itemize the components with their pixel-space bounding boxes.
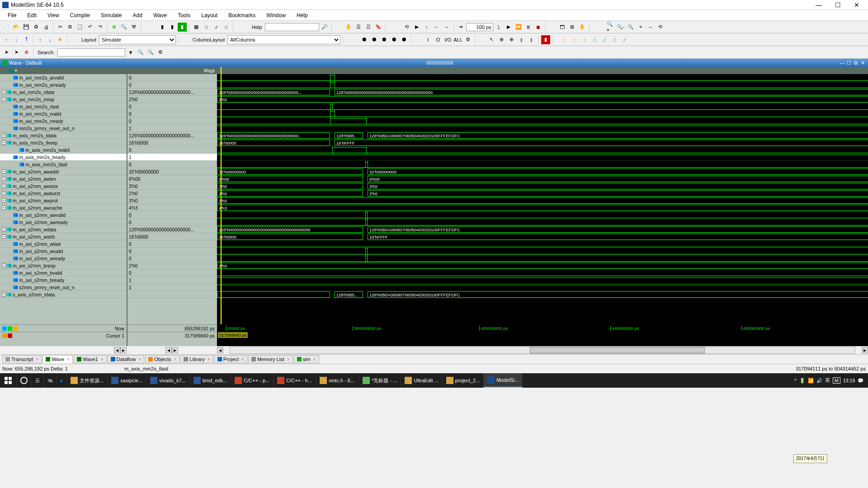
tray-time[interactable]: 13:19 <box>843 378 855 383</box>
tab-memory list[interactable]: Memory List× <box>248 355 293 363</box>
menu-file[interactable]: File <box>2 11 22 20</box>
group3-icon[interactable]: ⬢ <box>380 35 389 44</box>
tab-library[interactable]: Library× <box>180 355 213 363</box>
list-icon[interactable]: ☰ <box>354 23 363 32</box>
dropdown-icon[interactable]: ▼ <box>126 48 135 57</box>
layout-select[interactable]: Simulate <box>99 35 176 44</box>
wave-row[interactable]: 128'h00000000000000000000000000000...128… <box>217 132 868 139</box>
wave-either-icon[interactable]: ⎍ <box>222 23 231 32</box>
open-icon[interactable]: 📂 <box>12 23 21 32</box>
wave-row[interactable] <box>217 125 868 132</box>
scroll-right-btn2[interactable]: ▶ <box>172 347 178 353</box>
signal-row[interactable]: m_axi_s2mm_bvalid <box>0 269 127 277</box>
expand-icon[interactable]: + <box>2 227 6 231</box>
zoom-in-icon[interactable]: 🔍+ <box>606 23 615 32</box>
wave-row[interactable]: 128'h00000000000000000000000000000000001… <box>217 226 868 233</box>
run-icon[interactable]: ▶ <box>412 23 421 32</box>
signal-value[interactable]: 0 <box>127 117 217 125</box>
wave-undock-button[interactable]: ⧉ <box>853 60 859 66</box>
break-icon[interactable]: ✋ <box>344 23 353 32</box>
edge2-icon[interactable]: ⎍ <box>571 35 580 44</box>
signal-row[interactable]: m_axi_s2mm_wready <box>0 255 127 262</box>
zoom-out-icon[interactable]: 🔍- <box>616 23 625 32</box>
tab-close-icon[interactable]: × <box>174 357 177 362</box>
tray-battery-icon[interactable]: 🔋 <box>799 378 805 384</box>
signal-row[interactable]: +m_axis_mm2s_tkeep <box>0 139 127 146</box>
pause-icon[interactable]: ⏸ <box>524 23 533 32</box>
signal-row[interactable]: +m_axi_s2mm_wdata <box>0 226 127 233</box>
save-icon[interactable]: 💾 <box>22 23 31 32</box>
back-icon[interactable]: ← <box>432 23 441 32</box>
scroll-left-btn[interactable]: ◀ <box>114 347 120 353</box>
tray-volume-icon[interactable]: 🔊 <box>816 378 822 384</box>
menu-window[interactable]: Window <box>261 11 291 20</box>
copy-icon[interactable]: ⧉ <box>66 23 75 32</box>
signal-value[interactable]: 16'h0000 <box>127 139 217 146</box>
wave-maximize-button[interactable]: ☐ <box>846 60 852 66</box>
new-icon[interactable]: 📄 <box>2 23 11 32</box>
help-search-input[interactable] <box>265 23 319 31</box>
wave-row[interactable] <box>217 81 868 89</box>
columnlayout-select[interactable]: AllColumns <box>227 35 340 44</box>
signal-value[interactable]: 0 <box>127 255 217 262</box>
menu-help[interactable]: Help <box>291 11 313 20</box>
signal-row[interactable]: m_axi_s2mm_awvalid <box>0 211 127 219</box>
cut-icon[interactable]: ✂ <box>56 23 65 32</box>
edge5-icon[interactable]: ⎎ <box>600 35 609 44</box>
wave-row[interactable] <box>217 277 868 284</box>
signal-value[interactable]: 3'h0 <box>127 183 217 190</box>
nav-up-icon[interactable]: ↑ <box>2 35 11 44</box>
help-search-icon[interactable]: 🔎 <box>320 23 329 32</box>
cursor-time-box[interactable]: 317589840 ps <box>218 332 248 338</box>
signal-row[interactable]: +m_axi_s2mm_awcache <box>0 204 127 211</box>
signal-value[interactable]: 128'h0000000000000000000... <box>127 89 217 96</box>
cursor3-icon[interactable]: ⫿ <box>517 35 526 44</box>
wave-row[interactable] <box>217 154 868 161</box>
tab-close-icon[interactable]: × <box>287 357 290 362</box>
expand-icon[interactable]: + <box>2 169 6 174</box>
nav2-down-icon[interactable]: ↓ <box>46 35 55 44</box>
signal-row[interactable]: m_axi_mm2s_rlast <box>0 103 127 110</box>
zoom-cursor-icon[interactable]: ⌖ <box>636 23 645 32</box>
wave-row[interactable] <box>217 284 868 291</box>
scroll-left-btn2[interactable]: ◀ <box>165 347 172 353</box>
signal-value[interactable]: 32'h00000000 <box>127 168 217 175</box>
tab-close-icon[interactable]: × <box>208 357 210 362</box>
wave-rising-icon[interactable]: ⎍ <box>202 23 211 32</box>
tile-icon[interactable]: ⊞ <box>568 23 577 32</box>
signal-row[interactable]: +m_axis_mm2s_tdata <box>0 132 127 139</box>
search-options-icon[interactable]: ⚙ <box>156 48 165 57</box>
menu-bookmarks[interactable]: Bookmarks <box>223 11 261 20</box>
signal-row[interactable]: m_axis_mm2s_tready <box>0 154 127 161</box>
cursor2-icon[interactable]: ⊕ <box>507 35 516 44</box>
wave-edge-next-icon[interactable]: ▮ <box>168 23 177 32</box>
menu-edit[interactable]: Edit <box>22 11 42 20</box>
menu-layout[interactable]: Layout <box>196 11 223 20</box>
signal-row[interactable]: m_axi_mm2s_arready <box>0 81 127 89</box>
signal-value[interactable]: 2'h0 <box>127 96 217 103</box>
wave-row[interactable]: 4'h3 <box>217 204 868 211</box>
wave-falling-icon[interactable]: ⎎ <box>212 23 221 32</box>
nav-top-icon[interactable]: ⤒ <box>22 35 31 44</box>
zoom-last-icon[interactable]: ⟲ <box>656 23 665 32</box>
step-icon[interactable]: ⇥ <box>456 23 465 32</box>
tab-close-icon[interactable]: × <box>36 357 39 362</box>
signal-row[interactable]: +m_axi_s2mm_awburst <box>0 190 127 197</box>
window-minimize-button[interactable]: — <box>810 0 828 9</box>
cortana-button[interactable] <box>16 373 31 388</box>
signal-value[interactable] <box>127 291 217 298</box>
signal-value[interactable]: 8'h00 <box>127 175 217 183</box>
signal-row[interactable]: +m_axi_s2mm_awaddr <box>0 168 127 175</box>
wave-row[interactable]: 8'h008'h008'h00 <box>217 175 868 183</box>
tab-close-icon[interactable]: × <box>138 357 141 362</box>
find-icon[interactable]: 🔍 <box>119 23 128 32</box>
tab-objects[interactable]: Objects× <box>145 355 179 363</box>
signal-names-panel[interactable]: ▾ m_axi_mm2s_arvalidm_axi_mm2s_arready+m… <box>0 67 127 324</box>
signal-row[interactable]: +m_axi_s2mm_awlen <box>0 175 127 183</box>
expand-icon[interactable]: + <box>2 184 6 188</box>
signal-row[interactable]: m_axi_mm2s_rvalid <box>0 110 127 117</box>
forward-icon[interactable]: → <box>442 23 451 32</box>
signal-value[interactable]: 0 <box>127 103 217 110</box>
stop-icon[interactable]: ⏹ <box>534 23 543 32</box>
time-ruler[interactable]: 00000 ps360000000 ps400000000 ps44000000… <box>217 324 868 332</box>
